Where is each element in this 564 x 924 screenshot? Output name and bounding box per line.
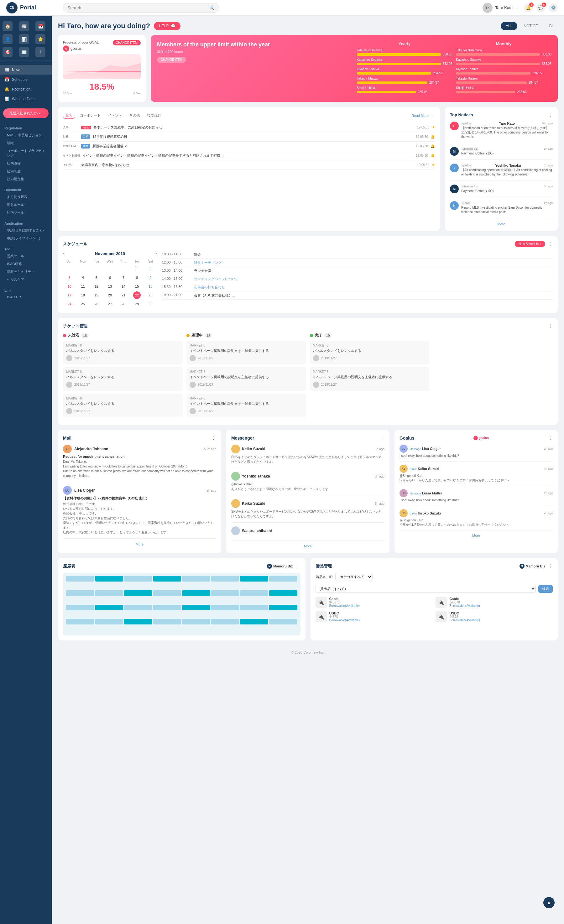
mail-more-icon[interactable]: ⋮ — [211, 435, 216, 441]
mail-more-link[interactable]: More — [63, 542, 216, 546]
cal-day-19[interactable]: 19 — [93, 291, 100, 299]
seat-3[interactable] — [153, 576, 182, 582]
seat-21[interactable] — [211, 605, 239, 610]
cal-day-26[interactable]: 26 — [93, 300, 100, 308]
cal-day-30[interactable]: 30 — [147, 300, 154, 308]
tab-bi[interactable]: BI — [544, 22, 558, 30]
event-title-2[interactable]: ランチ会議 — [194, 268, 211, 273]
eq-status-3[interactable]: Borrowable(Available) — [449, 618, 480, 622]
bell-icon-3[interactable]: 🔔 — [430, 153, 435, 158]
sidebar-item-link1[interactable]: ISAO HP — [0, 294, 52, 300]
sidebar-item-news[interactable]: 📰 News — [0, 65, 52, 75]
seat-30[interactable] — [240, 619, 268, 624]
news-title-1[interactable]: 12月度経費精算締め日 — [92, 134, 410, 139]
tab-all[interactable]: ALL — [501, 22, 518, 30]
cal-day-16[interactable]: 16 — [147, 283, 154, 290]
app-icon-news[interactable]: 📰 — [19, 21, 29, 32]
user-menu-icon[interactable]: ⋮ — [515, 6, 519, 10]
seat-6[interactable] — [240, 576, 268, 582]
sidebar-item-mvs[interactable]: MVS、中長期ビジョン — [0, 131, 52, 139]
seat-more-icon[interactable]: ⋮ — [296, 563, 300, 569]
notices-more-icon[interactable]: ⋮ — [548, 112, 553, 118]
cal-day-10[interactable]: 10 — [66, 283, 74, 290]
seat-7[interactable] — [269, 576, 297, 582]
sidebar-item-tool1[interactable]: 営業ツール — [0, 252, 52, 260]
eq-status-0[interactable]: Borrowable(Available) — [329, 604, 360, 608]
news-tab-all[interactable]: 全て — [63, 112, 75, 119]
seat-8[interactable] — [66, 590, 94, 596]
cal-day-9[interactable]: 9 — [147, 274, 154, 281]
cal-day-11[interactable]: 11 — [79, 283, 87, 290]
sidebar-item-schedule[interactable]: 📅 Schedule — [0, 75, 52, 84]
seat-11[interactable] — [153, 590, 182, 596]
news-title-3[interactable]: イベント情報の記事イベント情報の記事イベント情報の記事長すぎると省略されます省略… — [82, 153, 410, 158]
seat-28[interactable] — [182, 619, 210, 624]
cal-day-21[interactable]: 21 — [120, 291, 127, 299]
sidebar-item-rules[interactable]: 社内規定集 — [0, 175, 52, 183]
seat-15[interactable] — [269, 590, 297, 596]
bell-icon-2[interactable]: 🔔 — [430, 144, 435, 148]
news-tab-other[interactable]: その他 — [127, 112, 142, 119]
seat-14[interactable] — [240, 590, 268, 596]
cal-day-2[interactable]: 2 — [147, 265, 154, 273]
eq-status-2[interactable]: Borrowable(Available) — [329, 618, 360, 622]
eq-category-select[interactable]: カテゴリすべて — [335, 573, 372, 581]
seat-27[interactable] — [153, 619, 182, 624]
news-more-icon[interactable]: ⋮ — [431, 113, 435, 118]
seat-23[interactable] — [269, 605, 297, 610]
cal-day-20[interactable]: 20 — [106, 291, 114, 299]
news-title-2[interactable]: 新規事業提案会開催 ✓ — [92, 144, 410, 148]
sidebar-item-tool2[interactable]: ISAO研修 — [0, 260, 52, 268]
cal-next-icon[interactable]: › — [155, 250, 157, 256]
event-title-5[interactable]: 会食（ABC株式会社様）... — [194, 293, 235, 298]
seat-24[interactable] — [66, 619, 94, 624]
cal-day-12[interactable]: 12 — [93, 283, 100, 290]
news-title-0[interactable]: 冬季ボーナス支給率、支給日確定のお知らせ — [93, 125, 411, 130]
help-button[interactable]: HELP 💬 — [154, 22, 180, 30]
app-icon-calendar[interactable]: 📅 — [35, 21, 45, 32]
cal-day-27[interactable]: 27 — [106, 300, 114, 308]
event-title-3[interactable]: ランディングページについて — [194, 277, 239, 281]
cal-day-1[interactable]: 1 — [133, 265, 141, 273]
seat-19[interactable] — [153, 605, 182, 610]
settings-icon[interactable]: ⚙️ — [549, 3, 558, 12]
app-icon-mail[interactable]: ✉️ — [19, 47, 29, 57]
sidebar-item-branding[interactable]: コーポレートブランディング — [0, 147, 52, 159]
sidebar-item-app1[interactable]: 申請(仕事に関すること) — [0, 226, 52, 234]
seat-18[interactable] — [124, 605, 152, 610]
notices-more-link[interactable]: More — [450, 222, 553, 226]
sidebar-item-doc2[interactable]: 勤怠ルール — [0, 201, 52, 208]
seat-25[interactable] — [95, 619, 123, 624]
app-icon-home[interactable]: 🏠 — [3, 21, 12, 32]
schedule-more-icon[interactable]: ⋮ — [548, 241, 553, 247]
app-icon-target[interactable]: 🎯 — [3, 47, 12, 57]
seat-16[interactable] — [66, 605, 94, 610]
event-title-4[interactable]: 忘年会の打ち合わせ — [194, 285, 225, 290]
ticket-more-icon[interactable]: ⋮ — [548, 323, 553, 329]
app-icon-plus[interactable]: + — [35, 47, 45, 57]
sidebar-item-app2[interactable]: 申請(ライフイベント) — [0, 234, 52, 242]
goalus-more-icon[interactable]: ⋮ — [548, 435, 553, 441]
cal-day-14[interactable]: 14 — [120, 283, 127, 290]
seat-13[interactable] — [211, 590, 239, 596]
messenger-more-icon[interactable]: ⋮ — [380, 435, 384, 441]
news-tab-event[interactable]: イベント — [106, 112, 124, 119]
cal-day-6[interactable]: 6 — [106, 274, 114, 281]
eq-status-1[interactable]: Borrowable(Available) — [449, 604, 480, 608]
cal-day-4[interactable]: 4 — [79, 274, 87, 281]
scroll-top-button[interactable]: ▲ — [543, 897, 555, 908]
sidebar-item-tool3[interactable]: 情報セキュリティ — [0, 268, 52, 276]
seat-0[interactable] — [66, 576, 94, 582]
sidebar-item-doc1[interactable]: よく使う規程 — [0, 193, 52, 201]
cal-day-3[interactable]: 3 — [66, 274, 74, 281]
eq-search-button[interactable]: 検索 — [538, 585, 553, 593]
star-icon-0[interactable]: ★ — [432, 125, 435, 129]
new-member-button[interactable]: 最近入社された方へ › — [3, 108, 49, 118]
read-more-link[interactable]: Read More — [412, 114, 429, 117]
news-title-4[interactable]: 会議室室内に忘れ物のお知らせ — [81, 163, 411, 167]
seat-20[interactable] — [182, 605, 210, 610]
seat-2[interactable] — [124, 576, 152, 582]
seat-10[interactable] — [124, 590, 152, 596]
app-icon-user[interactable]: 👤 — [3, 34, 12, 44]
seat-17[interactable] — [95, 605, 123, 610]
